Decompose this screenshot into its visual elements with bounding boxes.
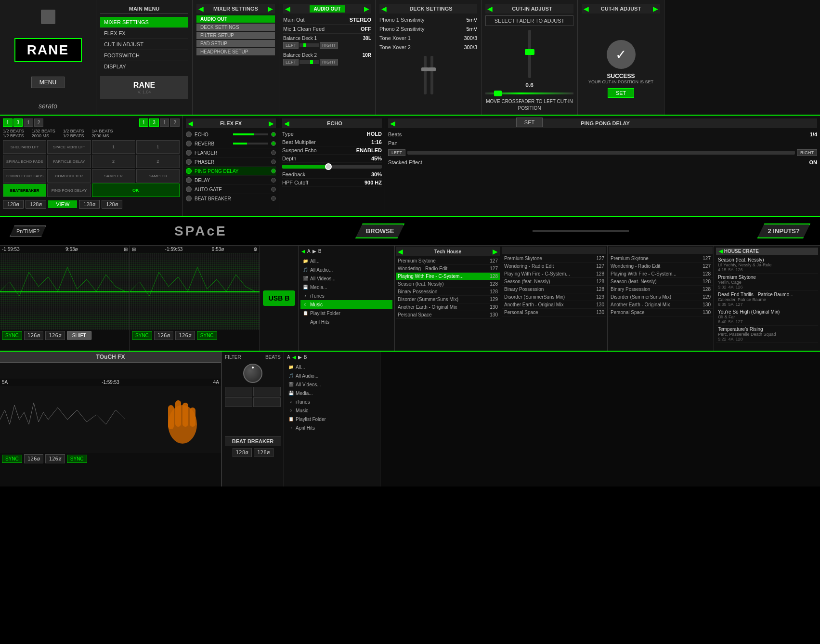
beat-pad-2[interactable] bbox=[253, 387, 281, 396]
track-row-1-2[interactable]: Wondering - Radio Edit 127 bbox=[396, 265, 500, 273]
fx-flanger-dot[interactable] bbox=[271, 150, 276, 155]
deck-tab-1c[interactable]: 1 bbox=[139, 118, 149, 127]
pad-num1b[interactable]: 1 bbox=[136, 140, 180, 154]
pad-ok-1[interactable]: OK bbox=[92, 184, 180, 197]
pad-num1[interactable]: 1 bbox=[92, 140, 135, 154]
deck-tab-1b[interactable]: 1 bbox=[24, 118, 33, 127]
audio-out-arrow-right[interactable]: ▶ bbox=[364, 5, 369, 13]
menu-item-mixer[interactable]: MIXER SETTINGS bbox=[100, 17, 188, 28]
fx-delay-dot[interactable] bbox=[271, 178, 276, 183]
bpm-box-1[interactable]: 128ø bbox=[3, 200, 24, 209]
track-list-arrow-left[interactable]: ◀ bbox=[398, 248, 403, 255]
crate-track-5[interactable]: Temperature's Rising Perc, Passerelle De… bbox=[716, 326, 818, 343]
deck-tab-3b[interactable]: 3 bbox=[149, 118, 159, 127]
crate-track-2[interactable]: Premium Skytone Yerlin, Cage 5:32 4A 126 bbox=[716, 274, 818, 291]
pad-sampler-2[interactable]: SAMPLER bbox=[136, 169, 180, 183]
browser-item-april[interactable]: → April Hits bbox=[300, 317, 392, 326]
track-row-3-8[interactable]: Personal Space 130 bbox=[609, 309, 713, 316]
bottom-browser-april[interactable]: → April Hits bbox=[286, 423, 378, 432]
cut-in-arrow-right-2[interactable]: ▶ bbox=[653, 5, 658, 13]
crate-track-1[interactable]: Season (feat. Nessly) Lil Yachty, Nessly… bbox=[716, 256, 818, 274]
track-row-2-6[interactable]: Disorder (SummerSuns Mix) 129 bbox=[502, 293, 606, 301]
pad-ping-pong[interactable]: PING PONG DELAY bbox=[47, 184, 91, 197]
browser-item-media[interactable]: 💾 Media... bbox=[300, 283, 392, 291]
tab-pad-setup[interactable]: PAD SETUP bbox=[196, 40, 275, 47]
inputs-tag[interactable]: 2 INPUTS? bbox=[757, 223, 810, 238]
browse-button[interactable]: BROWSE bbox=[355, 223, 405, 238]
bottom-browser-media[interactable]: 💾 Media... bbox=[286, 389, 378, 397]
track-row-2-5[interactable]: Binary Possession 128 bbox=[502, 286, 606, 293]
fx-reverb-knob[interactable] bbox=[186, 141, 192, 146]
fx-delay-knob[interactable] bbox=[186, 177, 192, 183]
balance-deck1-left-btn[interactable]: LEFT bbox=[283, 42, 299, 49]
bpm-box-4[interactable]: 128ø bbox=[102, 200, 122, 209]
flex-fx-arrow-left[interactable]: ◀ bbox=[188, 119, 193, 127]
bottom-browser-video[interactable]: 🎬 All Videos... bbox=[286, 380, 378, 389]
track-row-3-1[interactable]: Premium Skytone 127 bbox=[609, 255, 713, 263]
pad-beatbreaker[interactable]: BEATBREAKER bbox=[3, 184, 46, 197]
beat-pad-4[interactable] bbox=[253, 397, 281, 407]
track-row-2-3[interactable]: Playing With Fire - C-System... 128 bbox=[502, 270, 606, 278]
flex-fx-arrow-right[interactable]: ▶ bbox=[269, 119, 274, 127]
pp-pan-slider[interactable]: LEFT RIGHT bbox=[388, 149, 817, 156]
pad-particle[interactable]: PARTICLE DELAY bbox=[47, 155, 91, 168]
sync-btn-right-2[interactable]: SYNC bbox=[197, 331, 217, 340]
fx-pingpong-dot[interactable] bbox=[271, 169, 276, 173]
track-row-3-2[interactable]: Wondering - Radio Edit 127 bbox=[609, 263, 713, 270]
deck-tab-3[interactable]: 3 bbox=[13, 118, 23, 127]
bottom-tab-b[interactable]: B bbox=[304, 355, 307, 360]
track-row-2-2[interactable]: Wondering - Radio Edit 127 bbox=[502, 263, 606, 270]
pad-space-verb[interactable]: SPACE VERB LFT bbox=[47, 140, 91, 154]
fx-autogate-knob[interactable] bbox=[186, 186, 192, 192]
track-list-arrow-right[interactable]: ▶ bbox=[493, 248, 498, 255]
cut-in-arrow-left-2[interactable]: ◀ bbox=[584, 5, 589, 13]
pn-tag[interactable]: Pn'TIME? bbox=[10, 225, 46, 237]
echo-arrow-left[interactable]: ◀ bbox=[284, 119, 289, 127]
fx-echo-knob[interactable] bbox=[186, 131, 192, 137]
bottom-nav-left[interactable]: ◀ bbox=[292, 355, 296, 360]
bpm-box-3[interactable]: 128ø bbox=[79, 200, 100, 209]
tab-deck-settings[interactable]: DECK SETTINGS bbox=[196, 24, 275, 31]
track-row-1-3[interactable]: Playing With Fire - C-System... 128 bbox=[396, 273, 500, 280]
menu-item-flex[interactable]: FLEX FX bbox=[100, 28, 188, 39]
tab-filter-setup[interactable]: FILTER SETUP bbox=[196, 32, 275, 39]
browser-item-music[interactable]: ○ Music bbox=[300, 300, 392, 309]
bottom-browser-music[interactable]: ○ Music bbox=[286, 406, 378, 415]
track-row-1-7[interactable]: Another Earth - Original Mix 130 bbox=[396, 303, 500, 311]
menu-item-cutin[interactable]: CUT-IN ADJUST bbox=[100, 39, 188, 50]
fx-reverb-slider[interactable] bbox=[233, 143, 269, 145]
balance-deck2-right-btn[interactable]: RIGHT bbox=[320, 59, 338, 66]
pad-combofilter[interactable]: COMBOFILTER bbox=[47, 169, 91, 183]
view-button[interactable]: VIEW bbox=[48, 200, 77, 208]
sync-btn-left[interactable]: SYNC bbox=[2, 331, 22, 340]
fx-phaser-knob[interactable] bbox=[186, 159, 192, 165]
browser-item-all[interactable]: 📁 All... bbox=[300, 257, 392, 265]
deck-tab-2[interactable]: 2 bbox=[34, 118, 44, 127]
beat-pad-3[interactable] bbox=[225, 397, 252, 407]
audio-out-arrow-left[interactable]: ◀ bbox=[285, 5, 290, 13]
track-row-1-5[interactable]: Binary Possession 128 bbox=[396, 288, 500, 296]
fx-autogate-dot[interactable] bbox=[271, 187, 276, 192]
fx-beatbreaker-knob[interactable] bbox=[186, 196, 192, 201]
pad-combo-echo[interactable]: COMBO ECHO FADS bbox=[3, 169, 46, 183]
fx-echo-slider[interactable] bbox=[233, 133, 269, 135]
menu-button[interactable]: MENU bbox=[31, 77, 65, 88]
touch-sync-2[interactable]: SYNC bbox=[67, 455, 87, 463]
browser-arrow-left[interactable]: ◀ bbox=[301, 249, 305, 254]
fx-pingpong-knob[interactable] bbox=[186, 168, 192, 174]
pp-pan-left-btn[interactable]: LEFT bbox=[388, 149, 405, 156]
crate-track-4[interactable]: You're So High (Original Mix) Oli & Far … bbox=[716, 308, 818, 326]
track-row-1-1[interactable]: Premium Skytone 127 bbox=[396, 257, 500, 265]
touch-sync-1[interactable]: SYNC bbox=[2, 455, 22, 463]
filter-knob[interactable] bbox=[243, 364, 262, 383]
beat-pad-1[interactable] bbox=[225, 387, 252, 396]
tab-headphone-setup[interactable]: HEADPHONE SETUP bbox=[196, 48, 275, 55]
bottom-browser-audio[interactable]: 🎵 All Audio... bbox=[286, 371, 378, 380]
set-button-1[interactable]: SET bbox=[516, 118, 543, 127]
fx-reverb-dot[interactable] bbox=[271, 141, 276, 146]
track-row-2-1[interactable]: Premium Skytone 127 bbox=[502, 255, 606, 263]
browser-item-itunes[interactable]: ♪ iTunes bbox=[300, 291, 392, 300]
pingpong-arrow-left[interactable]: ◀ bbox=[390, 119, 395, 127]
browser-item-audio[interactable]: 🎵 All Audio... bbox=[300, 265, 392, 274]
deck-tab-1d[interactable]: 1 bbox=[160, 118, 169, 127]
